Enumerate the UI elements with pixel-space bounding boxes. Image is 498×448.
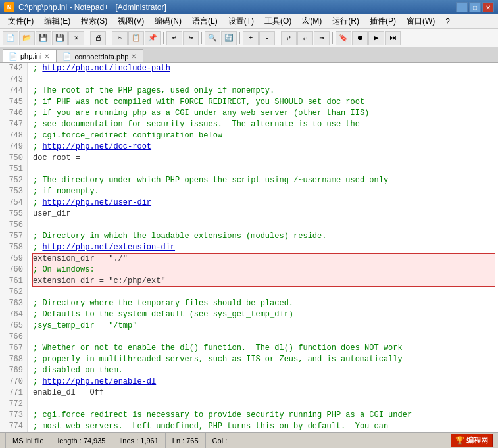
menu-search[interactable]: 搜索(S) <box>76 14 112 28</box>
toolbar-separator-7 <box>332 32 333 44</box>
code-line-767: ; Whether or not to enable the dl() func… <box>33 343 493 354</box>
editor-area: 7427437447457467477487497507517527537547… <box>0 63 498 432</box>
code-line-760: ; On windows: <box>32 264 495 276</box>
toolbar-separator-3 <box>163 32 164 44</box>
zoom-in-button[interactable]: + <box>243 31 259 45</box>
window-controls[interactable]: _ □ ✕ <box>456 2 494 12</box>
menu-language[interactable]: 语言(L) <box>187 14 223 28</box>
toolbar: 📄 📂 💾 💾 ✕ 🖨 ✂ 📋 📌 ↩ ↪ 🔍 🔄 + - ⇄ ↵ ⇥ 🔖 ⏺ … <box>0 29 498 47</box>
tab-connoetdata-icon: 📄 <box>62 52 72 61</box>
toolbar-separator-6 <box>278 32 278 44</box>
menu-window[interactable]: 窗口(W) <box>401 14 440 28</box>
code-line-774: ; most web servers. Left undefined, PHP … <box>33 421 493 432</box>
title-bar: N C:\php\php.ini - Notepad++ [Administra… <box>0 0 498 14</box>
menu-help[interactable]: ? <box>440 16 455 28</box>
macro-run-button[interactable]: ⏭ <box>385 31 401 45</box>
macro-play-button[interactable]: ▶ <box>368 31 384 45</box>
code-content[interactable]: ; http://php.net/include-path ; The root… <box>28 63 498 432</box>
menu-plugins[interactable]: 插件(P) <box>364 14 401 28</box>
minimize-button[interactable]: _ <box>456 2 468 12</box>
menu-edit[interactable]: 编辑(E) <box>39 14 76 28</box>
undo-button[interactable]: ↩ <box>166 31 182 45</box>
close-button[interactable]: ✕ <box>68 31 84 45</box>
code-line-742: ; http://php.net/include-path <box>33 63 493 74</box>
code-line-765: ;sys_temp_dir = "/tmp" <box>33 320 493 332</box>
code-line-751 <box>33 164 493 175</box>
code-line-758: ; http://php.net/extension-dir <box>33 242 493 253</box>
find-button[interactable]: 🔍 <box>205 31 220 45</box>
url-link: http://php.net/extension-dir <box>42 242 175 253</box>
code-line-773: ; cgi.force_redirect is necessary to pro… <box>33 410 493 421</box>
indent-button[interactable]: ⇥ <box>314 31 330 45</box>
code-line-753: ; if nonempty. <box>33 186 493 197</box>
window-title: C:\php\php.ini - Notepad++ [Administrato… <box>18 3 166 12</box>
line-numbers: 7427437447457467477487497507517527537547… <box>0 63 28 432</box>
code-line-748: ; cgi.force_redirect configuration below <box>33 130 493 141</box>
paste-button[interactable]: 📌 <box>145 31 161 45</box>
menu-bar: 文件(F) 编辑(E) 搜索(S) 视图(V) 编码(N) 语言(L) 设置(T… <box>0 14 498 29</box>
length-status: length : 74,935 <box>51 433 113 448</box>
zoom-out-button[interactable]: - <box>259 31 275 45</box>
save-all-button[interactable]: 💾 <box>52 31 68 45</box>
code-line-754: ; http://php.net/user-dir <box>33 197 493 209</box>
tab-phpini-label: php.ini <box>20 52 41 60</box>
code-line-755: user_dir = <box>33 209 493 220</box>
tab-connoetdata-label: connoetdata.php <box>74 53 128 61</box>
open-button[interactable]: 📂 <box>19 31 35 45</box>
tab-phpini-icon: 📄 <box>9 52 18 61</box>
code-line-745: ; if PHP was not compiled with FORCE_RED… <box>33 97 493 108</box>
url-link: http://php.net/doc-root <box>42 141 151 153</box>
print-button[interactable]: 🖨 <box>90 31 106 45</box>
brand-logo: 🏆 编程网 <box>451 434 493 447</box>
code-line-747: ; see documentation for security issues.… <box>33 119 493 130</box>
status-bar: MS ini file length : 74,935 lines : 1,96… <box>0 432 498 448</box>
column-status: Col : <box>206 433 235 448</box>
code-line-759: extension_dir = "./" <box>32 253 495 264</box>
code-line-764: ; Defaults to the system default (see sy… <box>33 309 493 320</box>
code-line-766 <box>33 332 493 343</box>
position-status: Ln : 765 <box>166 433 206 448</box>
tab-phpini[interactable]: 📄 php.ini ✕ <box>3 49 57 62</box>
bookmark-button[interactable]: 🔖 <box>336 31 351 45</box>
menu-run[interactable]: 运行(R) <box>327 14 364 28</box>
cut-button[interactable]: ✂ <box>112 31 128 45</box>
code-line-756 <box>33 220 493 231</box>
code-line-769: ; disabled on them. <box>33 365 493 376</box>
maximize-button[interactable]: □ <box>469 2 481 12</box>
code-line-770: ; http://php.net/enable-dl <box>33 376 493 387</box>
toolbar-separator-4 <box>201 32 202 44</box>
code-line-752: ; The directory under which PHP opens th… <box>33 175 493 186</box>
macro-record-button[interactable]: ⏺ <box>352 31 368 45</box>
menu-settings[interactable]: 设置(T) <box>223 14 259 28</box>
code-line-746: ; if you are running php as a CGI under … <box>33 108 493 119</box>
menu-macro[interactable]: 宏(M) <box>297 14 327 28</box>
code-line-772 <box>33 399 493 410</box>
code-line-771: enable_dl = Off <box>33 387 493 399</box>
tab-bar: 📄 php.ini ✕ 📄 connoetdata.php ✕ <box>0 47 498 63</box>
code-line-744: ; The root of the PHP pages, used only i… <box>33 86 493 97</box>
code-line-762 <box>33 287 493 298</box>
menu-tools[interactable]: 工具(O) <box>259 14 297 28</box>
code-line-768: ; properly in multithreaded servers, suc… <box>33 354 493 365</box>
new-button[interactable]: 📄 <box>3 31 18 45</box>
url-link: http://php.net/user-dir <box>42 197 151 209</box>
word-wrap-button[interactable]: ↵ <box>297 31 313 45</box>
menu-encode[interactable]: 编码(N) <box>149 14 187 28</box>
lines-status: lines : 1,961 <box>112 433 165 448</box>
tab-connoetdata[interactable]: 📄 connoetdata.php ✕ <box>57 49 143 62</box>
save-button[interactable]: 💾 <box>36 31 51 45</box>
code-line-757: ; Directory in which the loadable extens… <box>33 231 493 242</box>
sync-button[interactable]: ⇄ <box>281 31 297 45</box>
code-line-749: ; http://php.net/doc-root <box>33 141 493 153</box>
tab-phpini-close[interactable]: ✕ <box>44 53 49 60</box>
toolbar-separator-1 <box>87 32 87 44</box>
menu-view[interactable]: 视图(V) <box>112 14 149 28</box>
url-link: http://php.net/enable-dl <box>42 376 156 387</box>
code-line-750: doc_root = <box>33 153 493 164</box>
copy-button[interactable]: 📋 <box>128 31 144 45</box>
replace-button[interactable]: 🔄 <box>221 31 237 45</box>
menu-file[interactable]: 文件(F) <box>3 14 39 28</box>
redo-button[interactable]: ↪ <box>183 31 199 45</box>
close-button[interactable]: ✕ <box>482 2 494 12</box>
tab-connoetdata-close[interactable]: ✕ <box>131 53 136 60</box>
